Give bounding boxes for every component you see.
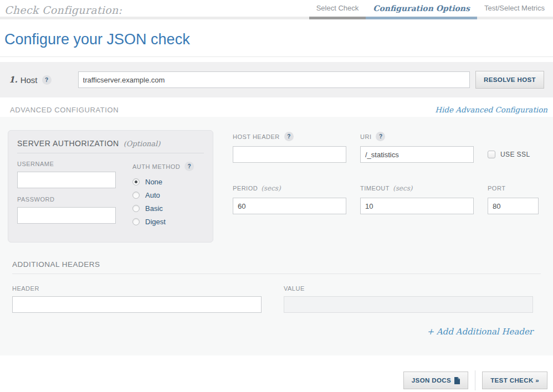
use-ssl-label: USE SSL bbox=[500, 151, 530, 158]
timeout-unit: (secs) bbox=[393, 184, 413, 192]
host-header-field-group: HOST HEADER ? bbox=[233, 132, 360, 163]
auth-method-radio-group: None Auto Basic Digest bbox=[132, 178, 194, 226]
additional-headers-section: ADDITIONAL HEADERS HEADER VALUE + Add Ad… bbox=[8, 260, 545, 337]
request-options: HOST HEADER ? URI ? USE SSL bbox=[233, 130, 545, 214]
auth-method-help-icon[interactable]: ? bbox=[185, 162, 194, 171]
header-field-group: HEADER bbox=[12, 285, 262, 313]
port-label: PORT bbox=[488, 185, 505, 192]
radio-auth-basic[interactable]: Basic bbox=[132, 204, 194, 213]
username-label: USERNAME bbox=[17, 161, 117, 167]
button-divider bbox=[475, 370, 475, 390]
host-header-input[interactable] bbox=[233, 146, 346, 163]
period-input[interactable] bbox=[233, 198, 346, 214]
header-label: HEADER bbox=[12, 285, 262, 292]
tab-test-select-metrics[interactable]: Test/Select Metrics bbox=[477, 4, 552, 19]
host-step-number: 1. bbox=[9, 75, 18, 85]
page-title: Configure your JSON check bbox=[0, 19, 553, 57]
radio-icon bbox=[132, 192, 140, 199]
timeout-label: TIMEOUT bbox=[360, 185, 390, 192]
timeout-field-group: TIMEOUT (secs) bbox=[360, 183, 488, 214]
radio-icon bbox=[132, 178, 140, 185]
host-header-help-icon[interactable]: ? bbox=[284, 132, 294, 141]
password-field[interactable] bbox=[17, 207, 116, 224]
server-authorization-title: SERVER AUTHORIZATION bbox=[17, 139, 119, 148]
header: Check Configuration: Select Check Config… bbox=[0, 0, 553, 19]
advanced-configuration-header: ADVANCED CONFIGURATION Hide Advanced Con… bbox=[0, 97, 553, 117]
wizard-tabs: Select Check Configuration Options Test/… bbox=[309, 4, 552, 19]
period-unit: (secs) bbox=[261, 184, 281, 192]
value-input[interactable] bbox=[284, 296, 533, 313]
use-ssl-checkbox[interactable] bbox=[488, 151, 495, 158]
value-field-group: VALUE bbox=[284, 285, 533, 313]
footer-actions: JSON DOCS TEST CHECK » bbox=[0, 355, 553, 390]
hide-advanced-configuration-link[interactable]: Hide Advanced Configuration bbox=[435, 105, 547, 114]
radio-auth-none[interactable]: None bbox=[132, 178, 194, 186]
host-label-text: Host bbox=[21, 75, 38, 85]
host-input[interactable] bbox=[78, 71, 470, 88]
test-check-button[interactable]: TEST CHECK » bbox=[482, 372, 547, 389]
advanced-configuration-title: ADVANCED CONFIGURATION bbox=[10, 106, 119, 114]
host-help-icon[interactable]: ? bbox=[42, 75, 52, 85]
uri-help-icon[interactable]: ? bbox=[376, 132, 385, 141]
server-authorization-header: SERVER AUTHORIZATION (Optional) bbox=[17, 139, 204, 153]
resolve-host-button[interactable]: RESOLVE HOST bbox=[475, 71, 544, 89]
tab-select-check[interactable]: Select Check bbox=[309, 4, 366, 19]
radio-auth-digest[interactable]: Digest bbox=[132, 218, 194, 226]
password-label: PASSWORD bbox=[17, 196, 117, 203]
host-header-label: HOST HEADER bbox=[233, 133, 280, 140]
uri-label: URI bbox=[360, 133, 371, 140]
timeout-input[interactable] bbox=[360, 198, 474, 214]
optional-label: (Optional) bbox=[124, 140, 161, 148]
uri-input[interactable] bbox=[360, 146, 474, 163]
add-additional-header-link[interactable]: + Add Additional Header bbox=[427, 327, 533, 337]
json-docs-button[interactable]: JSON DOCS bbox=[403, 372, 468, 389]
header-input[interactable] bbox=[12, 296, 262, 313]
use-ssl-field-group: USE SSL bbox=[488, 151, 545, 158]
port-field-group: PORT bbox=[488, 183, 545, 214]
window-title: Check Configuration: bbox=[4, 4, 122, 16]
json-docs-label: JSON DOCS bbox=[412, 377, 451, 384]
additional-headers-title: ADDITIONAL HEADERS bbox=[12, 260, 541, 274]
period-field-group: PERIOD (secs) bbox=[233, 183, 360, 214]
value-label: VALUE bbox=[284, 285, 533, 292]
period-label: PERIOD bbox=[233, 185, 258, 192]
radio-auth-auto[interactable]: Auto bbox=[132, 191, 194, 199]
tab-configuration-options[interactable]: Configuration Options bbox=[366, 4, 477, 19]
auth-method-label: AUTH METHOD bbox=[132, 163, 180, 170]
radio-icon bbox=[132, 218, 140, 225]
port-input[interactable] bbox=[488, 198, 539, 214]
server-authorization-panel: SERVER AUTHORIZATION (Optional) USERNAME… bbox=[8, 130, 213, 243]
radio-icon bbox=[132, 205, 140, 212]
username-field[interactable] bbox=[17, 172, 116, 188]
host-label: 1. Host ? bbox=[9, 75, 52, 85]
document-icon bbox=[454, 377, 460, 384]
host-row: 1. Host ? RESOLVE HOST bbox=[0, 62, 553, 97]
advanced-configuration-section: SERVER AUTHORIZATION (Optional) USERNAME… bbox=[0, 117, 553, 355]
uri-field-group: URI ? bbox=[360, 132, 488, 163]
